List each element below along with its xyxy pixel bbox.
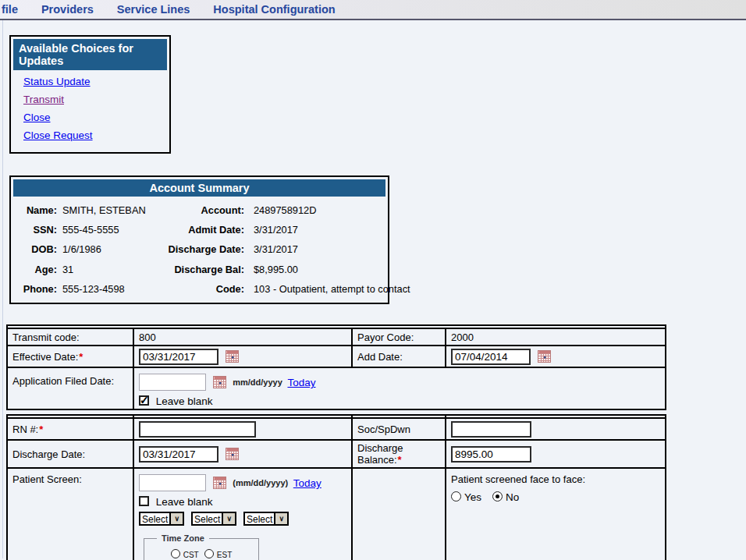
- summary-discharge-date-value: 3/31/2017: [244, 239, 410, 259]
- payor-code-value: 2000: [446, 328, 666, 346]
- summary-account-label: Account:: [158, 200, 244, 220]
- summary-phone-value: 555-123-4598: [57, 279, 158, 299]
- patient-screen-select-2[interactable]: Select ∨: [191, 512, 236, 526]
- dropdown-arrow-icon: ∨: [169, 513, 183, 524]
- dropdown-arrow-icon: ∨: [222, 513, 235, 524]
- application-filed-date-cell: mm/dd/yyyy Today Leave blank: [133, 367, 666, 409]
- patient-screen-select-1-value: Select: [140, 513, 169, 524]
- summary-ssn-value: 555-45-5555: [57, 220, 158, 239]
- rn-number-required-asterisk: *: [39, 424, 43, 435]
- application-filed-date-input[interactable]: [139, 374, 206, 391]
- link-status-update[interactable]: Status Update: [23, 76, 167, 88]
- calendar-icon[interactable]: [538, 350, 551, 363]
- face-to-face-no-label: No: [506, 491, 519, 503]
- effective-date-cell: [133, 346, 352, 367]
- soc-spdwn-label: Soc/SpDwn: [352, 418, 446, 440]
- summary-admit-date-value: 3/31/2017: [244, 220, 410, 239]
- add-date-cell: [446, 346, 666, 367]
- patient-screen-leave-blank-checkbox[interactable]: [139, 496, 149, 506]
- rn-number-cell: [133, 418, 352, 440]
- add-date-label: Add Date:: [352, 346, 446, 367]
- summary-dob-label: DOB:: [15, 239, 57, 259]
- summary-ssn-label: SSN:: [15, 220, 57, 239]
- application-filed-date-label: Application Filed Date:: [7, 367, 133, 409]
- link-close-request[interactable]: Close Request: [23, 129, 167, 142]
- account-summary-title: Account Summary: [13, 179, 385, 197]
- timezone-est-label: EST: [217, 551, 232, 559]
- face-to-face-label: Patient screened face to face:: [451, 470, 663, 485]
- calendar-icon[interactable]: [226, 448, 239, 460]
- discharge-balance-input[interactable]: [451, 446, 531, 463]
- patient-screen-select-2-value: Select: [193, 513, 222, 524]
- time-zone-legend: Time Zone: [157, 533, 209, 543]
- calendar-icon[interactable]: [226, 350, 239, 363]
- timezone-cst-radio[interactable]: [171, 549, 180, 558]
- patient-screen-select-3-value: Select: [245, 513, 274, 524]
- discharge-balance-label-text: Discharge Balance:: [357, 442, 403, 466]
- face-to-face-options: YesNo: [451, 491, 663, 503]
- add-date-input[interactable]: [451, 349, 531, 365]
- account-summary-panel: Account Summary Name: SMITH, ESTEBAN Acc…: [9, 175, 389, 304]
- application-filed-date-format-hint: mm/dd/yyyy: [233, 377, 282, 387]
- summary-dob-value: 1/6/1986: [57, 239, 158, 259]
- link-transmit[interactable]: Transmit: [23, 94, 167, 106]
- choices-panel: Available Choices for Updates Status Upd…: [9, 35, 171, 154]
- patient-screen-format-hint: (mm/dd/yyyy): [233, 478, 288, 487]
- nav-item-file[interactable]: file: [2, 3, 18, 16]
- face-to-face-cell: Patient screened face to face: YesNo: [446, 468, 666, 560]
- transmit-code-value: 800: [133, 328, 352, 346]
- rn-number-label: RN #:*: [7, 418, 133, 440]
- account-summary-grid: Name: SMITH, ESTEBAN Account: 2489758912…: [13, 197, 385, 300]
- effective-date-input[interactable]: [139, 349, 218, 365]
- nav-item-hospital-configuration[interactable]: Hospital Configuration: [213, 3, 335, 16]
- time-zone-options: CST EST MST PST: [144, 548, 258, 560]
- calendar-icon[interactable]: [213, 376, 226, 388]
- effective-date-required-asterisk: *: [79, 351, 83, 363]
- patient-screen-leave-blank-label: Leave blank: [156, 496, 213, 508]
- discharge-form-table: RN #:* Soc/SpDwn Discharge Date:: [6, 414, 666, 560]
- timezone-est-radio[interactable]: [204, 549, 214, 558]
- summary-name-label: Name:: [15, 200, 57, 220]
- rn-number-input[interactable]: [139, 421, 256, 438]
- soc-spdwn-cell: [446, 418, 666, 440]
- patient-screen-date-input[interactable]: [139, 474, 206, 491]
- face-to-face-yes-label: Yes: [464, 491, 481, 503]
- summary-code-label: Code:: [158, 279, 244, 299]
- summary-code-value: 103 - Outpatient, attempt to contact: [244, 279, 410, 299]
- link-close[interactable]: Close: [23, 112, 167, 124]
- patient-screen-today-link[interactable]: Today: [293, 477, 321, 489]
- patient-screen-select-1[interactable]: Select ∨: [139, 512, 184, 526]
- calendar-icon[interactable]: [213, 477, 226, 489]
- choices-panel-title: Available Choices for Updates: [13, 39, 167, 70]
- discharge-balance-required-asterisk: *: [398, 454, 402, 466]
- summary-name-value: SMITH, ESTEBAN: [57, 200, 158, 220]
- application-filed-date-today-link[interactable]: Today: [287, 377, 315, 388]
- dropdown-arrow-icon: ∨: [274, 513, 287, 524]
- summary-discharge-bal-label: Discharge Bal:: [158, 260, 244, 279]
- application-leave-blank-label: Leave blank: [156, 395, 213, 407]
- discharge-date-input[interactable]: [139, 446, 218, 463]
- nav-item-providers[interactable]: Providers: [41, 3, 94, 16]
- summary-age-label: Age:: [15, 260, 57, 279]
- timezone-option-cst: CST: [171, 548, 200, 559]
- effective-date-label: Effective Date:*: [7, 346, 133, 367]
- summary-discharge-bal-value: $8,995.00: [244, 260, 410, 279]
- application-leave-blank-checkbox[interactable]: [139, 395, 149, 406]
- summary-admit-date-label: Admit Date:: [158, 220, 244, 239]
- soc-spdwn-input[interactable]: [451, 421, 531, 438]
- transmit-form-table: Transmit code: 800 Payor Code: 2000 Effe…: [6, 324, 666, 410]
- content-area: Available Choices for Updates Status Upd…: [2, 20, 746, 558]
- face-to-face-no-radio[interactable]: [492, 491, 503, 502]
- empty-cell: [352, 468, 446, 560]
- nav-item-service-lines[interactable]: Service Lines: [117, 3, 190, 16]
- face-to-face-yes-radio[interactable]: [451, 491, 461, 502]
- summary-account-value: 2489758912D: [244, 200, 410, 220]
- patient-screen-label: Patient Screen:: [7, 468, 133, 560]
- patient-screen-cell: (mm/dd/yyyy) Today Leave blank Select ∨: [133, 468, 352, 560]
- transmit-code-label: Transmit code:: [7, 328, 133, 346]
- summary-age-value: 31: [57, 260, 158, 279]
- summary-phone-label: Phone:: [15, 279, 57, 299]
- discharge-balance-label: Discharge Balance:*: [352, 440, 446, 468]
- timezone-cst-label: CST: [183, 551, 199, 559]
- patient-screen-select-3[interactable]: Select ∨: [243, 512, 289, 526]
